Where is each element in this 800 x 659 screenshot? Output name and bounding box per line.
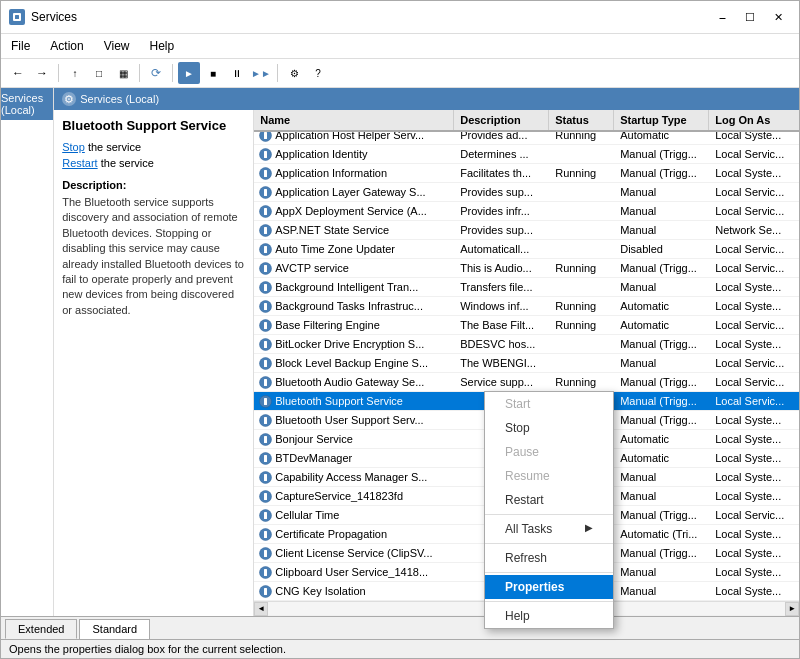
context-menu-item-help[interactable]: Help	[485, 604, 613, 628]
service-name-cell: Bluetooth Support Service	[254, 392, 454, 410]
service-icon	[258, 299, 272, 313]
up-button[interactable]: ↑	[64, 62, 86, 84]
service-icon	[258, 166, 272, 180]
table-row[interactable]: Application InformationFacilitates th...…	[254, 164, 799, 183]
context-menu-item-all-tasks[interactable]: All Tasks	[485, 517, 613, 541]
service-icon	[258, 261, 272, 275]
stop-button[interactable]: ■	[202, 62, 224, 84]
service-desc-cell: Service supp...	[454, 374, 549, 390]
table-row[interactable]: Application IdentityDetermines ...Manual…	[254, 145, 799, 164]
window-title: Services	[31, 10, 77, 24]
service-name-text: Cellular Time	[275, 509, 339, 521]
context-menu: StartStopPauseResumeRestartAll TasksRefr…	[484, 391, 614, 629]
service-logon-cell: Local Syste...	[709, 583, 799, 599]
stop-link[interactable]: Stop the service	[62, 141, 245, 153]
service-name-text: Client License Service (ClipSV...	[275, 547, 432, 559]
menu-file[interactable]: File	[1, 36, 40, 56]
col-header-logon[interactable]: Log On As	[709, 110, 799, 130]
context-menu-item-properties[interactable]: Properties	[485, 575, 613, 599]
export-button[interactable]: ►	[178, 62, 200, 84]
nav-header: ⚙ Services (Local)	[1, 88, 53, 120]
service-startup-cell: Manual (Trigg...	[614, 374, 709, 390]
scroll-left-button[interactable]: ◄	[254, 602, 268, 616]
back-button[interactable]: ←	[7, 62, 29, 84]
restart-link[interactable]: Restart the service	[62, 157, 245, 169]
svg-rect-51	[264, 550, 267, 557]
minimize-button[interactable]: ‒	[709, 7, 735, 27]
restart-button[interactable]: ►►	[250, 62, 272, 84]
table-row[interactable]: BitLocker Drive Encryption S...BDESVC ho…	[254, 335, 799, 354]
service-name-text: Bluetooth Support Service	[275, 395, 403, 407]
table-row[interactable]: AppX Deployment Service (A...Provides in…	[254, 202, 799, 221]
detail-panel: Bluetooth Support Service Stop the servi…	[54, 110, 254, 616]
service-icon	[258, 280, 272, 294]
service-status-cell	[549, 285, 614, 289]
svg-rect-1	[15, 15, 19, 19]
menu-action[interactable]: Action	[40, 36, 93, 56]
col-header-name[interactable]: Name	[254, 110, 454, 130]
menu-bar: File Action View Help	[1, 34, 799, 59]
service-name-cell: BTDevManager	[254, 449, 454, 467]
service-name-cell: Application Host Helper Serv...	[254, 131, 454, 144]
table-row[interactable]: Application Layer Gateway S...Provides s…	[254, 183, 799, 202]
service-status-cell	[549, 361, 614, 365]
table-row[interactable]: Block Level Backup Engine S...The WBENGI…	[254, 354, 799, 373]
svg-rect-39	[264, 436, 267, 443]
col-header-startup[interactable]: Startup Type	[614, 110, 709, 130]
table-row[interactable]: Background Tasks Infrastruc...Windows in…	[254, 297, 799, 316]
forward-button[interactable]: →	[31, 62, 53, 84]
context-menu-item-refresh[interactable]: Refresh	[485, 546, 613, 570]
col-header-status[interactable]: Status	[549, 110, 614, 130]
context-menu-item-stop[interactable]: Stop	[485, 416, 613, 440]
service-desc-cell: Provides sup...	[454, 184, 549, 200]
table-row[interactable]: Base Filtering EngineThe Base Filt...Run…	[254, 316, 799, 335]
refresh-button[interactable]: ⟳	[145, 62, 167, 84]
service-logon-cell: Local Syste...	[709, 431, 799, 447]
tabs-bar: Extended Standard	[1, 616, 799, 639]
service-startup-cell: Manual (Trigg...	[614, 336, 709, 352]
close-button[interactable]: ✕	[765, 7, 791, 27]
properties-button[interactable]: ⚙	[283, 62, 305, 84]
service-name-text: Bluetooth Audio Gateway Se...	[275, 376, 424, 388]
menu-view[interactable]: View	[94, 36, 140, 56]
service-startup-cell: Automatic	[614, 131, 709, 143]
service-name-text: Background Tasks Infrastruc...	[275, 300, 423, 312]
services-header: ⚙ Services (Local)	[54, 88, 799, 110]
svg-rect-17	[264, 227, 267, 234]
title-bar-left: Services	[9, 9, 77, 25]
show-hide-button[interactable]: □	[88, 62, 110, 84]
status-bar: Opens the properties dialog box for the …	[1, 639, 799, 658]
context-menu-item-restart[interactable]: Restart	[485, 488, 613, 512]
service-name-text: BitLocker Drive Encryption S...	[275, 338, 424, 350]
context-menu-item-resume: Resume	[485, 464, 613, 488]
table-row[interactable]: Bluetooth Audio Gateway Se...Service sup…	[254, 373, 799, 392]
service-logon-cell: Local Syste...	[709, 488, 799, 504]
scroll-right-button[interactable]: ►	[785, 602, 799, 616]
maximize-button[interactable]: ☐	[737, 7, 763, 27]
service-name-text: Application Layer Gateway S...	[275, 186, 425, 198]
col-header-desc[interactable]: Description	[454, 110, 549, 130]
table-row[interactable]: Application Host Helper Serv...Provides …	[254, 131, 799, 145]
bottom-area: Extended Standard Opens the properties d…	[1, 616, 799, 658]
service-logon-cell: Local Servic...	[709, 203, 799, 219]
service-icon	[258, 508, 272, 522]
service-logon-cell: Local Syste...	[709, 279, 799, 295]
map-button[interactable]: ▦	[112, 62, 134, 84]
toolbar-sep-4	[277, 64, 278, 82]
service-logon-cell: Local Syste...	[709, 526, 799, 542]
help-button[interactable]: ?	[307, 62, 329, 84]
table-row[interactable]: AVCTP serviceThis is Audio...RunningManu…	[254, 259, 799, 278]
table-row[interactable]: ASP.NET State ServiceProvides sup...Manu…	[254, 221, 799, 240]
service-name-text: CaptureService_141823fd	[275, 490, 403, 502]
service-startup-cell: Manual (Trigg...	[614, 146, 709, 162]
tab-standard[interactable]: Standard	[79, 619, 150, 639]
service-logon-cell: Local Servic...	[709, 146, 799, 162]
pause-button[interactable]: ⏸	[226, 62, 248, 84]
table-row[interactable]: Auto Time Zone UpdaterAutomaticall...Dis…	[254, 240, 799, 259]
service-icon	[258, 356, 272, 370]
service-name-cell: Background Tasks Infrastruc...	[254, 297, 454, 315]
context-menu-separator	[485, 572, 613, 573]
menu-help[interactable]: Help	[140, 36, 185, 56]
table-row[interactable]: Background Intelligent Tran...Transfers …	[254, 278, 799, 297]
tab-extended[interactable]: Extended	[5, 619, 77, 639]
